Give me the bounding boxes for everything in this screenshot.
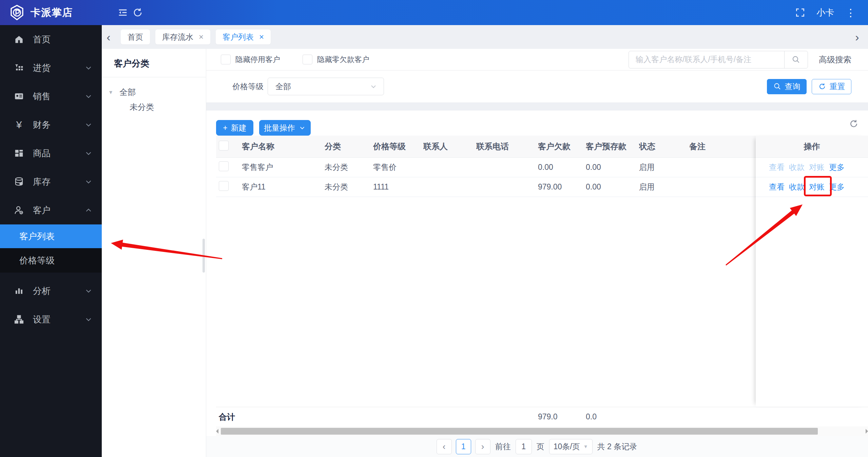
yen-icon: ¥ [13,119,25,131]
col-header-debt: 客户欠款 [538,141,586,152]
hide-disabled-customers-checkbox[interactable] [221,55,231,64]
total-debt: 979.0 [538,412,586,421]
customer-table: 客户名称 分类 价格等级 联系人 联系电话 客户欠款 客户预存款 状态 备注 操… [216,136,868,426]
new-customer-button[interactable]: + 新建 [216,120,253,136]
cell-price-level: 零售价 [373,162,423,173]
chevron-down-icon [84,286,93,295]
batch-operations-button[interactable]: 批量操作 [259,120,311,136]
collapse-sidebar-icon[interactable] [115,5,130,20]
more-menu-icon[interactable]: ⋮ [846,7,856,19]
tab-customer-list[interactable]: 客户列表 × [216,29,271,44]
sidebar-item-inventory[interactable]: 库存 [0,167,102,196]
customer-category-panel: 客户分类 ▾ 全部 未分类 [102,49,206,457]
cell-category: 未分类 [325,182,373,192]
row-checkbox[interactable] [219,161,229,171]
plus-icon: + [223,123,227,133]
col-header-status: 状态 [639,141,689,152]
chevron-down-icon [84,315,93,324]
username[interactable]: 小卡 [816,7,834,19]
sidebar-item-settings[interactable]: 设置 [0,305,102,334]
reconcile-link[interactable]: 对账 [809,162,825,173]
more-link[interactable]: 更多 [829,182,845,192]
filter-row-2: 价格等级 全部 查询 重置 [206,71,868,102]
cell-name: 客户11 [242,182,325,192]
app-title: 卡派掌店 [31,6,73,20]
search-button[interactable] [784,51,808,68]
tabs-scroll-right-icon[interactable]: › [850,30,864,44]
col-header-contact: 联系人 [423,141,476,152]
database-icon [13,177,25,187]
chevron-down-icon [84,120,93,129]
total-label: 合计 [216,412,242,422]
cell-prepaid: 0.00 [586,182,639,192]
sidebar: 首页 进货 销售 ¥ 财务 商品 库存 客户 客户列表 价格等级 分析 [0,25,102,457]
search-icon [773,82,782,91]
price-level-select[interactable]: 全部 [268,78,384,95]
table-total-row: 合计 979.0 0.0 [216,407,868,426]
goto-page-input[interactable]: 1 [516,439,532,454]
table-row: 零售客户 未分类 零售价 0.00 0.00 启用 查看 收款 对账 更多 [216,158,868,177]
reconcile-link[interactable]: 对账 [809,182,825,192]
top-header: 卡派掌店 小卡 ⋮ [0,0,868,25]
close-tab-icon[interactable]: × [259,32,264,42]
sidebar-item-analysis[interactable]: 分析 [0,277,102,305]
hide-disabled-customers-checkbox-group[interactable]: 隐藏停用客户 [221,55,280,65]
chevron-down-icon [298,124,306,132]
cell-category: 未分类 [325,162,373,173]
customer-icon [13,205,25,215]
tree-node-all[interactable]: ▾ 全部 [102,85,206,100]
query-button[interactable]: 查询 [767,79,807,94]
goods-icon [13,148,25,158]
app-logo[interactable]: 卡派掌店 [0,4,102,21]
col-header-price-level: 价格等级 [373,141,423,152]
fullscreen-icon[interactable] [793,5,808,20]
hide-zero-debt-customers-checkbox-group[interactable]: 隐藏零欠款客户 [303,55,369,65]
table-empty-area [216,197,868,407]
reset-button[interactable]: 重置 [812,79,851,94]
sidebar-item-finance[interactable]: ¥ 财务 [0,111,102,139]
hide-zero-debt-customers-checkbox[interactable] [303,55,312,64]
sidebar-item-customer-list[interactable]: 客户列表 [0,224,102,248]
total-records-label: 共 2 条记录 [597,441,637,452]
view-link[interactable]: 查看 [769,182,785,192]
view-link[interactable]: 查看 [769,162,785,173]
sidebar-item-sales[interactable]: 销售 [0,82,102,111]
receive-payment-link[interactable]: 收款 [789,162,805,173]
horizontal-scrollbar[interactable] [216,426,868,436]
sidebar-gap [0,273,102,277]
next-page-button[interactable]: › [475,439,490,454]
receive-payment-link[interactable]: 收款 [789,182,805,192]
sidebar-item-goods[interactable]: 商品 [0,139,102,167]
tabs-scroll-left-icon[interactable]: ‹ [102,30,115,44]
sidebar-item-customer[interactable]: 客户 [0,196,102,224]
scrollbar-thumb[interactable] [221,428,818,435]
tab-inventory-flow[interactable]: 库存流水 × [155,29,210,44]
tree-expand-icon[interactable]: ▾ [109,88,116,96]
select-all-checkbox[interactable] [219,141,229,151]
refresh-page-icon[interactable] [130,5,145,20]
sales-icon [13,91,25,101]
sidebar-item-purchase[interactable]: 进货 [0,54,102,82]
tab-home[interactable]: 首页 [121,29,150,44]
close-tab-icon[interactable]: × [199,32,204,42]
advanced-search-link[interactable]: 高级搜索 [819,54,851,65]
refresh-table-icon[interactable] [849,119,859,130]
sidebar-item-price-level[interactable]: 价格等级 [0,248,102,273]
sitemap-icon [13,314,25,324]
chevron-down-icon [84,92,93,101]
panel-scrollbar[interactable] [202,239,205,273]
scroll-left-arrow[interactable] [216,429,218,434]
sidebar-item-home[interactable]: 首页 [0,25,102,54]
tab-bar: ‹ 首页 库存流水 × 客户列表 × › [102,25,868,49]
select-caret-icon: ▼ [583,444,588,449]
chevron-down-icon [84,63,93,72]
page-number-button[interactable]: 1 [456,439,471,454]
row-checkbox[interactable] [219,181,229,191]
col-header-prepaid: 客户预存款 [586,141,639,152]
more-link[interactable]: 更多 [829,162,845,173]
scroll-right-arrow[interactable] [866,429,868,434]
search-input[interactable]: 输入客户名称/联系人/手机号/备注 [629,51,784,68]
page-size-select[interactable]: 10条/页 ▼ [549,439,593,454]
tree-node-uncategorized[interactable]: 未分类 [102,100,206,115]
prev-page-button[interactable]: ‹ [437,439,452,454]
